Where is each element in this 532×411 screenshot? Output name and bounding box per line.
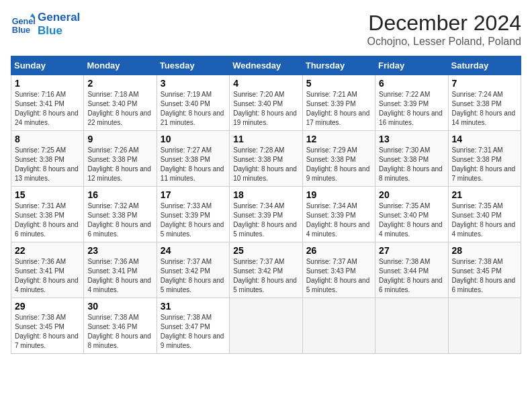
location: Ochojno, Lesser Poland, Poland [367, 36, 521, 48]
header-tuesday: Tuesday [157, 56, 229, 75]
day-number: 10 [161, 134, 226, 144]
day-info: Sunrise: 7:18 AMSunset: 3:40 PMDaylight:… [87, 90, 152, 128]
calendar-cell: 23Sunrise: 7:36 AMSunset: 3:41 PMDayligh… [84, 242, 157, 298]
calendar-cell: 14Sunrise: 7:31 AMSunset: 3:38 PMDayligh… [448, 131, 521, 187]
calendar-cell: 8Sunrise: 7:25 AMSunset: 3:38 PMDaylight… [11, 131, 84, 187]
calendar-cell [230, 298, 302, 354]
header-friday: Friday [375, 56, 448, 75]
svg-text:Blue: Blue [12, 26, 30, 35]
calendar-cell: 29Sunrise: 7:38 AMSunset: 3:45 PMDayligh… [11, 298, 84, 354]
day-info: Sunrise: 7:37 AMSunset: 3:42 PMDaylight:… [161, 257, 226, 295]
day-number: 6 [379, 78, 444, 89]
calendar-cell: 31Sunrise: 7:38 AMSunset: 3:47 PMDayligh… [157, 298, 229, 354]
day-number: 8 [15, 134, 80, 144]
day-info: Sunrise: 7:22 AMSunset: 3:39 PMDaylight:… [379, 90, 444, 128]
week-row-0: 1Sunrise: 7:16 AMSunset: 3:41 PMDaylight… [11, 75, 521, 131]
day-number: 31 [161, 301, 226, 312]
day-number: 22 [15, 245, 80, 256]
header-thursday: Thursday [302, 56, 375, 75]
calendar-cell: 19Sunrise: 7:34 AMSunset: 3:39 PMDayligh… [302, 187, 375, 242]
day-info: Sunrise: 7:34 AMSunset: 3:39 PMDaylight:… [306, 201, 371, 239]
calendar-cell: 13Sunrise: 7:30 AMSunset: 3:38 PMDayligh… [375, 131, 448, 187]
calendar-cell: 22Sunrise: 7:36 AMSunset: 3:41 PMDayligh… [11, 242, 84, 298]
header-wednesday: Wednesday [230, 56, 302, 75]
day-number: 18 [233, 189, 298, 200]
day-number: 13 [379, 134, 444, 144]
week-row-3: 22Sunrise: 7:36 AMSunset: 3:41 PMDayligh… [11, 242, 521, 298]
calendar-cell: 5Sunrise: 7:21 AMSunset: 3:39 PMDaylight… [302, 75, 375, 131]
day-info: Sunrise: 7:33 AMSunset: 3:39 PMDaylight:… [161, 201, 226, 239]
week-row-1: 8Sunrise: 7:25 AMSunset: 3:38 PMDaylight… [11, 131, 521, 187]
day-number: 17 [161, 189, 226, 200]
day-info: Sunrise: 7:25 AMSunset: 3:38 PMDaylight:… [15, 146, 80, 183]
day-info: Sunrise: 7:31 AMSunset: 3:38 PMDaylight:… [452, 146, 517, 183]
day-info: Sunrise: 7:28 AMSunset: 3:38 PMDaylight:… [233, 146, 298, 183]
day-info: Sunrise: 7:38 AMSunset: 3:45 PMDaylight:… [15, 313, 80, 351]
calendar-cell: 24Sunrise: 7:37 AMSunset: 3:42 PMDayligh… [157, 242, 229, 298]
day-number: 25 [233, 245, 298, 256]
day-number: 1 [15, 78, 80, 89]
calendar-cell: 16Sunrise: 7:32 AMSunset: 3:38 PMDayligh… [84, 187, 157, 242]
calendar-cell: 2Sunrise: 7:18 AMSunset: 3:40 PMDaylight… [84, 75, 157, 131]
day-number: 24 [161, 245, 226, 256]
header-saturday: Saturday [448, 56, 521, 75]
day-number: 28 [452, 245, 517, 256]
logo-text-blue: Blue [38, 24, 80, 38]
calendar-cell [302, 298, 375, 354]
logo-icon: General Blue [11, 12, 35, 36]
day-info: Sunrise: 7:35 AMSunset: 3:40 PMDaylight:… [452, 201, 517, 239]
logo: General Blue General Blue [11, 11, 80, 38]
day-number: 9 [87, 134, 152, 144]
day-info: Sunrise: 7:29 AMSunset: 3:38 PMDaylight:… [306, 146, 371, 183]
day-number: 12 [306, 134, 371, 144]
day-info: Sunrise: 7:38 AMSunset: 3:45 PMDaylight:… [452, 257, 517, 295]
calendar-cell: 20Sunrise: 7:35 AMSunset: 3:40 PMDayligh… [375, 187, 448, 242]
calendar-cell: 15Sunrise: 7:31 AMSunset: 3:38 PMDayligh… [11, 187, 84, 242]
day-number: 5 [306, 78, 371, 89]
calendar-cell: 1Sunrise: 7:16 AMSunset: 3:41 PMDaylight… [11, 75, 84, 131]
day-number: 19 [306, 189, 371, 200]
day-info: Sunrise: 7:16 AMSunset: 3:41 PMDaylight:… [15, 90, 80, 128]
day-info: Sunrise: 7:19 AMSunset: 3:40 PMDaylight:… [161, 90, 226, 128]
calendar-cell: 4Sunrise: 7:20 AMSunset: 3:40 PMDaylight… [230, 75, 302, 131]
calendar-cell: 9Sunrise: 7:26 AMSunset: 3:38 PMDaylight… [84, 131, 157, 187]
calendar-cell: 7Sunrise: 7:24 AMSunset: 3:38 PMDaylight… [448, 75, 521, 131]
calendar-cell: 18Sunrise: 7:34 AMSunset: 3:39 PMDayligh… [230, 187, 302, 242]
day-info: Sunrise: 7:36 AMSunset: 3:41 PMDaylight:… [15, 257, 80, 295]
calendar-cell: 10Sunrise: 7:27 AMSunset: 3:38 PMDayligh… [157, 131, 229, 187]
day-number: 26 [306, 245, 371, 256]
calendar-cell: 3Sunrise: 7:19 AMSunset: 3:40 PMDaylight… [157, 75, 229, 131]
calendar-cell: 25Sunrise: 7:37 AMSunset: 3:42 PMDayligh… [230, 242, 302, 298]
day-info: Sunrise: 7:34 AMSunset: 3:39 PMDaylight:… [233, 201, 298, 239]
day-number: 20 [379, 189, 444, 200]
day-info: Sunrise: 7:32 AMSunset: 3:38 PMDaylight:… [87, 201, 152, 239]
day-info: Sunrise: 7:31 AMSunset: 3:38 PMDaylight:… [15, 201, 80, 239]
calendar-cell: 6Sunrise: 7:22 AMSunset: 3:39 PMDaylight… [375, 75, 448, 131]
title-block: December 2024 Ochojno, Lesser Poland, Po… [367, 11, 521, 48]
calendar-cell [375, 298, 448, 354]
day-number: 2 [87, 78, 152, 89]
day-number: 7 [452, 78, 517, 89]
calendar-cell: 12Sunrise: 7:29 AMSunset: 3:38 PMDayligh… [302, 131, 375, 187]
day-info: Sunrise: 7:26 AMSunset: 3:38 PMDaylight:… [87, 146, 152, 183]
calendar-cell: 11Sunrise: 7:28 AMSunset: 3:38 PMDayligh… [230, 131, 302, 187]
calendar-header-row: SundayMondayTuesdayWednesdayThursdayFrid… [11, 56, 521, 75]
calendar-body: 1Sunrise: 7:16 AMSunset: 3:41 PMDaylight… [11, 75, 521, 354]
calendar-table: SundayMondayTuesdayWednesdayThursdayFrid… [11, 56, 521, 354]
day-info: Sunrise: 7:21 AMSunset: 3:39 PMDaylight:… [306, 90, 371, 128]
day-info: Sunrise: 7:36 AMSunset: 3:41 PMDaylight:… [87, 257, 152, 295]
header-sunday: Sunday [11, 56, 84, 75]
calendar-cell: 26Sunrise: 7:37 AMSunset: 3:43 PMDayligh… [302, 242, 375, 298]
svg-marker-2 [30, 13, 35, 17]
day-info: Sunrise: 7:24 AMSunset: 3:38 PMDaylight:… [452, 90, 517, 128]
day-number: 4 [233, 78, 298, 89]
calendar-cell: 27Sunrise: 7:38 AMSunset: 3:44 PMDayligh… [375, 242, 448, 298]
page-header: General Blue General Blue December 2024 … [11, 11, 521, 48]
day-info: Sunrise: 7:27 AMSunset: 3:38 PMDaylight:… [161, 146, 226, 183]
day-number: 16 [87, 189, 152, 200]
calendar-cell: 17Sunrise: 7:33 AMSunset: 3:39 PMDayligh… [157, 187, 229, 242]
day-number: 14 [452, 134, 517, 144]
day-number: 21 [452, 189, 517, 200]
day-number: 3 [161, 78, 226, 89]
day-number: 30 [87, 301, 152, 312]
